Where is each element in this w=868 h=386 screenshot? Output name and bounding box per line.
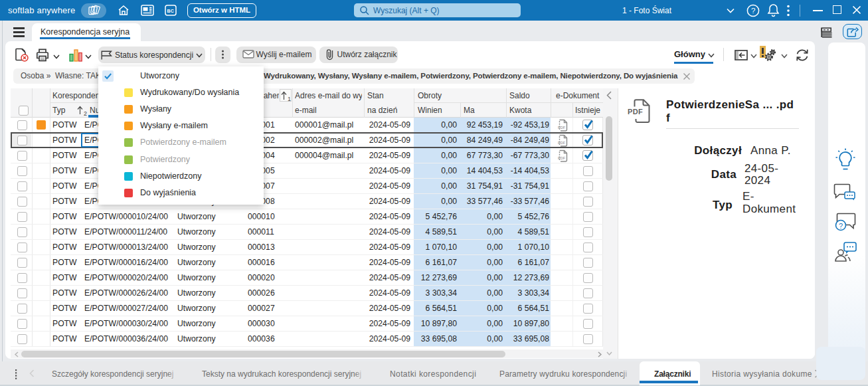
svg-text:PDF: PDF — [558, 126, 566, 130]
svg-text:?: ? — [839, 222, 843, 230]
svg-text:PDF: PDF — [628, 108, 643, 116]
svg-text:BC: BC — [167, 9, 174, 13]
svg-text:PDF: PDF — [558, 156, 566, 160]
svg-text:?: ? — [751, 7, 755, 15]
